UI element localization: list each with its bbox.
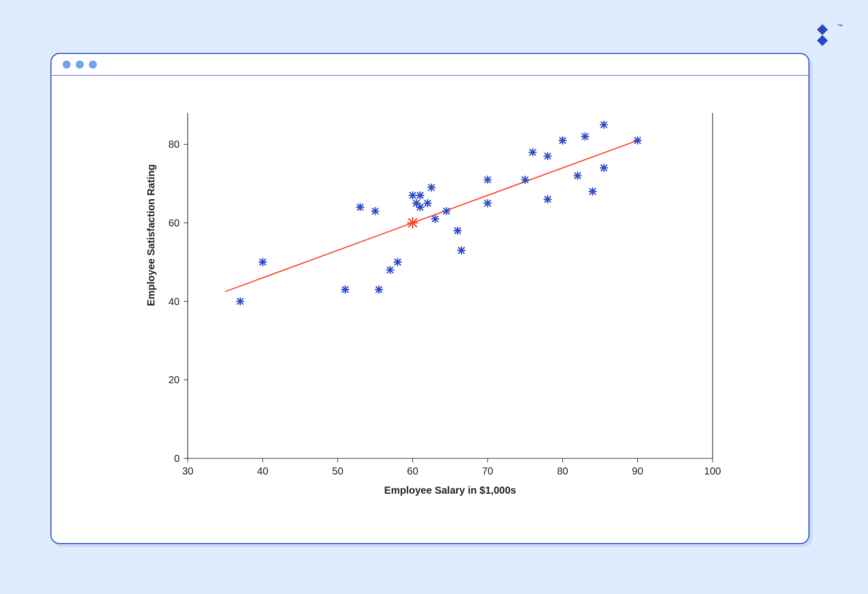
data-point	[544, 196, 551, 203]
x-tick-label: 40	[257, 465, 268, 477]
trademark-label: ™	[837, 23, 843, 29]
data-point	[484, 176, 491, 183]
window-dot	[89, 61, 97, 69]
browser-window: 30405060708090100020406080Employee Salar…	[50, 53, 809, 544]
data-point	[544, 153, 551, 160]
data-point	[417, 204, 424, 211]
data-point	[371, 208, 378, 215]
data-point	[237, 298, 244, 305]
regression-line	[225, 140, 637, 291]
data-point	[424, 200, 431, 207]
data-point	[342, 286, 349, 293]
y-tick-label: 40	[169, 296, 180, 307]
data-point	[357, 204, 364, 211]
data-point	[428, 184, 435, 191]
x-tick-label: 50	[332, 465, 343, 477]
chart-area: 30405060708090100020406080Employee Salar…	[51, 75, 808, 543]
svg-marker-0	[817, 24, 828, 46]
data-point	[484, 200, 491, 207]
data-point	[431, 215, 439, 222]
window-dot	[63, 61, 71, 69]
data-point	[458, 247, 465, 254]
data-point	[417, 192, 424, 199]
data-point	[574, 172, 581, 180]
brand-logo: ™	[817, 24, 835, 48]
y-tick-label: 80	[169, 139, 180, 150]
x-axis-label: Employee Salary in $1,000s	[384, 485, 516, 496]
data-point	[375, 286, 383, 293]
data-point	[581, 133, 588, 140]
scatter-chart: 30405060708090100020406080Employee Salar…	[51, 75, 808, 543]
data-point	[589, 188, 596, 195]
x-tick-label: 90	[632, 465, 643, 477]
data-point	[601, 164, 608, 171]
x-tick-label: 70	[482, 465, 493, 477]
data-point	[443, 208, 450, 215]
data-point	[387, 266, 394, 273]
window-titlebar	[51, 54, 808, 76]
data-point	[634, 137, 641, 144]
data-point	[601, 121, 608, 128]
y-tick-label: 0	[174, 453, 180, 464]
data-point	[454, 227, 461, 234]
y-axis-label: Employee Satisfaction Rating	[145, 164, 156, 306]
data-point	[259, 259, 266, 266]
data-point	[394, 259, 401, 266]
window-dot	[76, 61, 84, 69]
y-tick-label: 20	[169, 374, 180, 385]
y-tick-label: 60	[169, 217, 180, 228]
x-tick-label: 100	[704, 465, 721, 477]
data-point	[529, 149, 536, 156]
data-point	[559, 137, 566, 144]
data-point	[522, 176, 529, 183]
data-point	[408, 218, 418, 228]
data-point	[409, 192, 416, 199]
x-tick-label: 60	[407, 465, 418, 477]
x-tick-label: 30	[182, 465, 193, 477]
x-tick-label: 80	[557, 465, 568, 477]
